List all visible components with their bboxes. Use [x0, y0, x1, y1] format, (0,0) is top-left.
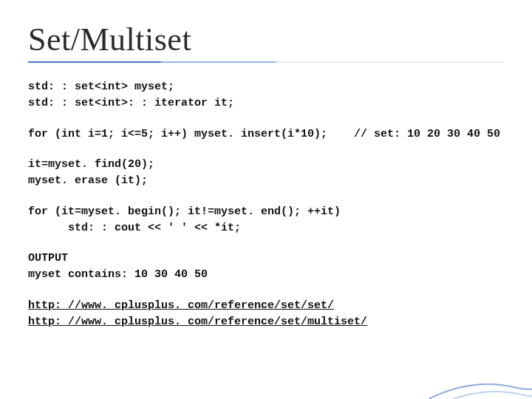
code-line: myset. erase (it);: [28, 174, 148, 187]
links-block: http: //www. cplusplus. com/reference/se…: [28, 298, 504, 330]
code-line: std: : set<int>: : iterator it;: [28, 97, 234, 109]
code-line: std: : cout << ' ' << *it;: [28, 222, 241, 234]
code-line: it=myset. find(20);: [28, 158, 154, 171]
page-title: Set/Multiset: [28, 21, 504, 58]
slide: Set/Multiset std: : set<int> myset; std:…: [0, 0, 532, 399]
code-line: for (int i=1; i<=5; i++) myset. insert(i…: [28, 128, 500, 140]
code-declarations: std: : set<int> myset; std: : set<int>: …: [28, 79, 504, 112]
code-output: OUTPUT myset contains: 10 30 40 50: [28, 250, 504, 283]
output-label: OUTPUT: [28, 252, 68, 265]
title-underline: [28, 61, 504, 63]
code-insert-loop: for (int i=1; i<=5; i++) myset. insert(i…: [28, 126, 504, 143]
reference-link-set[interactable]: http: //www. cplusplus. com/reference/se…: [28, 299, 334, 312]
code-line: for (it=myset. begin(); it!=myset. end()…: [28, 205, 341, 218]
reference-link-multiset[interactable]: http: //www. cplusplus. com/reference/se…: [28, 316, 367, 328]
output-line: myset contains: 10 30 40 50: [28, 268, 208, 281]
code-line: std: : set<int> myset;: [28, 81, 174, 93]
code-find-erase: it=myset. find(20); myset. erase (it);: [28, 157, 504, 189]
code-print-loop: for (it=myset. begin(); it!=myset. end()…: [28, 204, 504, 236]
decorative-swoosh: [429, 332, 532, 399]
